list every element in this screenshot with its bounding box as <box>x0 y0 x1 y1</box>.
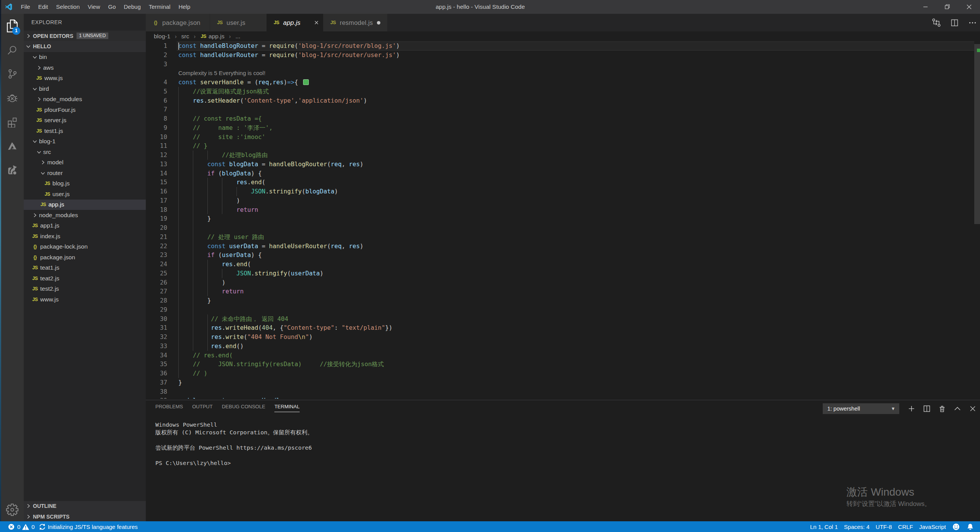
breadcrumb-item[interactable]: src <box>181 33 189 40</box>
tab-user-js[interactable]: JSuser.js <box>210 14 267 31</box>
tree-item-router[interactable]: router <box>24 168 146 178</box>
menu-go[interactable]: Go <box>104 0 120 14</box>
breadcrumb-item[interactable]: app.js <box>209 33 224 40</box>
tree-item-aws[interactable]: aws <box>24 62 146 73</box>
status-eol[interactable]: CRLF <box>895 521 916 532</box>
code-line-content: ) <box>178 278 225 287</box>
activity-azure-icon[interactable] <box>1 136 24 156</box>
code-line-25: 25 JSON.stringify(userData) <box>146 269 980 278</box>
open-editors-header[interactable]: OPEN EDITORS 1 UNSAVED <box>24 31 146 41</box>
more-actions-icon[interactable] <box>968 18 977 27</box>
tree-item-app-js[interactable]: JSapp.js <box>24 200 146 210</box>
maximize-panel-icon[interactable] <box>953 404 962 413</box>
codelens-annotation[interactable]: Complexity is 5 Everything is cool! <box>146 69 980 78</box>
folder-root-header[interactable]: HELLO <box>24 41 146 52</box>
line-number: 38 <box>146 387 167 396</box>
minimize-button[interactable] <box>915 0 936 14</box>
tree-item-node-modules[interactable]: node_modules <box>24 210 146 221</box>
panel-tab-debug-console[interactable]: DEBUG CONSOLE <box>222 404 265 412</box>
split-terminal-icon[interactable] <box>923 404 931 413</box>
split-editor-icon[interactable] <box>950 18 959 27</box>
menu-view[interactable]: View <box>84 0 104 14</box>
panel-tab-terminal[interactable]: TERMINAL <box>274 404 300 412</box>
tree-item-package-json[interactable]: {}package.json <box>24 252 146 263</box>
breadcrumb-item[interactable]: ... <box>235 33 240 40</box>
new-terminal-icon[interactable] <box>907 404 916 413</box>
activity-search-icon[interactable] <box>1 40 24 60</box>
activity-explorer-icon[interactable]: 1 <box>1 16 24 36</box>
activity-extensions-icon[interactable] <box>1 112 24 132</box>
tree-item-bird[interactable]: bird <box>24 83 146 94</box>
tree-item-test1-js[interactable]: JStest1.js <box>24 126 146 136</box>
terminal-line: PS C:\Users\lzy\hello> <box>155 460 313 467</box>
tree-item-test2-js[interactable]: JStest2.js <box>24 284 146 295</box>
tree-item-server-js[interactable]: JSserver.js <box>24 115 146 126</box>
tree-item-app1-js[interactable]: JSapp1.js <box>24 221 146 231</box>
tree-item-model[interactable]: model <box>24 157 146 168</box>
tab-resmodel-js[interactable]: JSresmodel.js <box>323 14 388 31</box>
tree-item-index-js[interactable]: JSindex.js <box>24 231 146 242</box>
activity-settings-gear-icon[interactable] <box>1 500 24 520</box>
tree-item-label: teat1.js <box>40 264 59 271</box>
panel-tab-problems[interactable]: PROBLEMS <box>155 404 183 412</box>
activity-share-extension-icon[interactable] <box>1 160 24 180</box>
menu-debug[interactable]: Debug <box>120 0 145 14</box>
editor-scrollbar[interactable] <box>974 44 980 224</box>
tree-item-src[interactable]: src <box>24 147 146 157</box>
js-file-icon: JS <box>40 201 46 208</box>
terminal-select[interactable]: 1: powershell ▼ <box>823 403 899 414</box>
tree-item-label: bin <box>39 54 47 61</box>
code-line-32: 32 res.write("404 Not Found\n") <box>146 332 980 342</box>
code-line-content: // JSON.stringify(resData) //接受转化为json格式 <box>178 360 384 369</box>
status-indentation[interactable]: Spaces: 4 <box>841 521 873 532</box>
outline-section-header[interactable]: OUTLINE <box>24 501 146 512</box>
status-cursor-position[interactable]: Ln 1, Col 1 <box>807 521 841 532</box>
line-number: 12 <box>146 151 167 160</box>
tab-app-js[interactable]: JSapp.js <box>267 14 323 31</box>
close-button[interactable] <box>958 0 980 14</box>
language-status[interactable]: Initializing JS/TS language features <box>39 521 138 532</box>
tree-item-teat1-js[interactable]: JSteat1.js <box>24 263 146 273</box>
status-language-mode[interactable]: JavaScript <box>916 521 949 532</box>
tab-package-json[interactable]: {}package.json <box>146 14 210 31</box>
tree-item-pfourFour-js[interactable]: JSpfourFour.js <box>24 105 146 115</box>
line-number: 1 <box>146 41 167 51</box>
tree-item-blog-1[interactable]: blog-1 <box>24 136 146 147</box>
npm-scripts-section-header[interactable]: NPM SCRIPTS <box>24 511 146 522</box>
breadcrumb: blog-1›src›JSapp.js›... <box>146 31 980 41</box>
sidebar-title: EXPLORER <box>31 14 62 31</box>
feedback-smiley-icon[interactable] <box>949 521 963 532</box>
code-line-7: 7 <box>146 105 980 114</box>
line-number: 25 <box>146 269 167 278</box>
menu-selection[interactable]: Selection <box>52 0 84 14</box>
breadcrumb-item[interactable]: blog-1 <box>154 33 170 40</box>
tree-item-teat2-js[interactable]: JSteat2.js <box>24 273 146 284</box>
status-encoding[interactable]: UTF-8 <box>872 521 895 532</box>
tree-item-www-js[interactable]: JSwww.js <box>24 294 146 305</box>
tab-close-icon[interactable] <box>313 19 320 26</box>
tree-item-bin[interactable]: bin <box>24 52 146 63</box>
activity-debug-icon[interactable] <box>1 88 24 108</box>
panel-tab-output[interactable]: OUTPUT <box>192 404 212 412</box>
tree-item-package-lock-json[interactable]: {}package-lock.json <box>24 242 146 252</box>
activity-source-control-icon[interactable] <box>1 64 24 84</box>
terminal-output[interactable]: Windows PowerShell版权所有 (C) Microsoft Cor… <box>155 421 313 467</box>
tree-item-label: model <box>47 159 63 166</box>
open-changes-icon[interactable] <box>932 18 941 27</box>
restore-button[interactable] <box>936 0 958 14</box>
code-line-content: const userData = handleUserRouter(req, r… <box>178 242 364 251</box>
tree-item-node-modules[interactable]: node_modules <box>24 94 146 105</box>
tree-item-user-js[interactable]: JSuser.js <box>24 189 146 200</box>
menu-edit[interactable]: Edit <box>34 0 52 14</box>
menu-terminal[interactable]: Terminal <box>145 0 174 14</box>
menu-help[interactable]: Help <box>174 0 194 14</box>
tree-item-blog-js[interactable]: JSblog.js <box>24 178 146 189</box>
tab-dirty-dot[interactable] <box>377 21 380 25</box>
menu-file[interactable]: File <box>17 0 34 14</box>
close-panel-icon[interactable] <box>969 404 977 413</box>
code-editor[interactable]: 1const handleBlogRouter = require('blog-… <box>146 41 980 399</box>
notifications-bell-icon[interactable] <box>963 521 980 532</box>
problems-status[interactable]: 0 0 <box>0 521 35 532</box>
tree-item-www-js[interactable]: JSwww.js <box>24 73 146 84</box>
kill-terminal-icon[interactable] <box>938 404 946 413</box>
